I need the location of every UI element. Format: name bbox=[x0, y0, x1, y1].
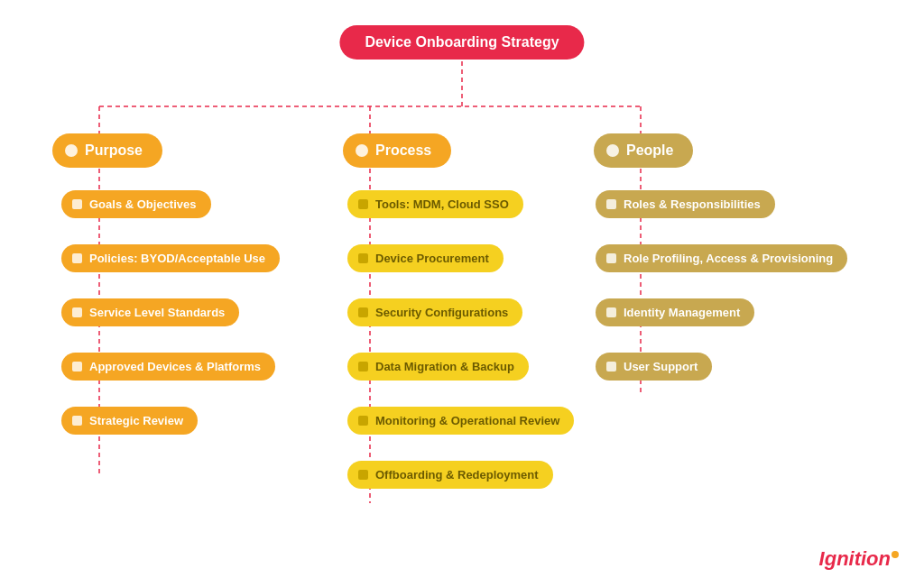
process-child-6: Offboarding & Redeployment bbox=[347, 461, 553, 489]
header-people: People bbox=[594, 133, 693, 168]
process-text-2: Device Procurement bbox=[375, 252, 489, 265]
process-sq-1 bbox=[358, 199, 368, 209]
people-child-3: Identity Management bbox=[596, 298, 754, 326]
purpose-dot bbox=[65, 144, 78, 157]
process-text-6: Offboarding & Redeployment bbox=[375, 468, 539, 482]
process-child-5: Monitoring & Operational Review bbox=[347, 407, 574, 435]
process-text-3: Security Configurations bbox=[375, 306, 508, 319]
purpose-text-4: Approved Devices & Platforms bbox=[89, 360, 261, 373]
purpose-child-5: Strategic Review bbox=[61, 407, 198, 435]
brand-text: Ignition bbox=[819, 547, 891, 570]
process-sq-3 bbox=[358, 307, 368, 317]
people-sq-4 bbox=[606, 362, 616, 371]
people-child-4: User Support bbox=[596, 353, 712, 381]
brand-dot bbox=[892, 551, 899, 558]
purpose-child-3: Service Level Standards bbox=[61, 298, 239, 326]
process-sq-4 bbox=[358, 362, 368, 371]
process-child-3: Security Configurations bbox=[347, 298, 522, 326]
purpose-text-3: Service Level Standards bbox=[89, 306, 225, 319]
people-sq-2 bbox=[606, 253, 616, 263]
people-sq-1 bbox=[606, 199, 616, 209]
people-child-2: Role Profiling, Access & Provisioning bbox=[596, 244, 847, 272]
process-text-4: Data Migration & Backup bbox=[375, 360, 514, 373]
process-sq-2 bbox=[358, 253, 368, 263]
people-dot bbox=[606, 144, 619, 157]
process-text-1: Tools: MDM, Cloud SSO bbox=[375, 197, 509, 211]
people-text-2: Role Profiling, Access & Provisioning bbox=[624, 252, 833, 265]
purpose-sq-1 bbox=[72, 199, 82, 209]
header-process: Process bbox=[343, 133, 451, 168]
purpose-label: Purpose bbox=[85, 142, 143, 159]
root-title: Device Onboarding Strategy bbox=[365, 34, 559, 50]
people-text-4: User Support bbox=[624, 360, 698, 373]
process-sq-6 bbox=[358, 470, 368, 480]
purpose-sq-2 bbox=[72, 253, 82, 263]
process-sq-5 bbox=[358, 416, 368, 426]
people-text-1: Roles & Responsibilities bbox=[624, 197, 761, 211]
purpose-sq-4 bbox=[72, 362, 82, 371]
purpose-child-2: Policies: BYOD/Acceptable Use bbox=[61, 244, 280, 272]
connectors-svg bbox=[0, 0, 924, 587]
process-child-1: Tools: MDM, Cloud SSO bbox=[347, 190, 523, 218]
process-child-4: Data Migration & Backup bbox=[347, 353, 529, 381]
people-text-3: Identity Management bbox=[624, 306, 740, 319]
brand-logo: Ignition bbox=[819, 547, 899, 571]
purpose-child-4: Approved Devices & Platforms bbox=[61, 353, 275, 381]
purpose-text-5: Strategic Review bbox=[89, 414, 183, 427]
purpose-text-2: Policies: BYOD/Acceptable Use bbox=[89, 252, 265, 265]
purpose-child-1: Goals & Objectives bbox=[61, 190, 211, 218]
root-node: Device Onboarding Strategy bbox=[339, 25, 584, 60]
process-dot bbox=[356, 144, 368, 157]
purpose-text-1: Goals & Objectives bbox=[89, 197, 197, 211]
process-text-5: Monitoring & Operational Review bbox=[375, 414, 559, 427]
process-label: Process bbox=[375, 142, 431, 159]
header-purpose: Purpose bbox=[52, 133, 162, 168]
purpose-sq-5 bbox=[72, 416, 82, 426]
people-label: People bbox=[626, 142, 673, 159]
people-child-1: Roles & Responsibilities bbox=[596, 190, 775, 218]
process-child-2: Device Procurement bbox=[347, 244, 504, 272]
diagram-container: Device Onboarding Strategy Purpose Proce… bbox=[0, 0, 924, 587]
people-sq-3 bbox=[606, 307, 616, 317]
purpose-sq-3 bbox=[72, 307, 82, 317]
